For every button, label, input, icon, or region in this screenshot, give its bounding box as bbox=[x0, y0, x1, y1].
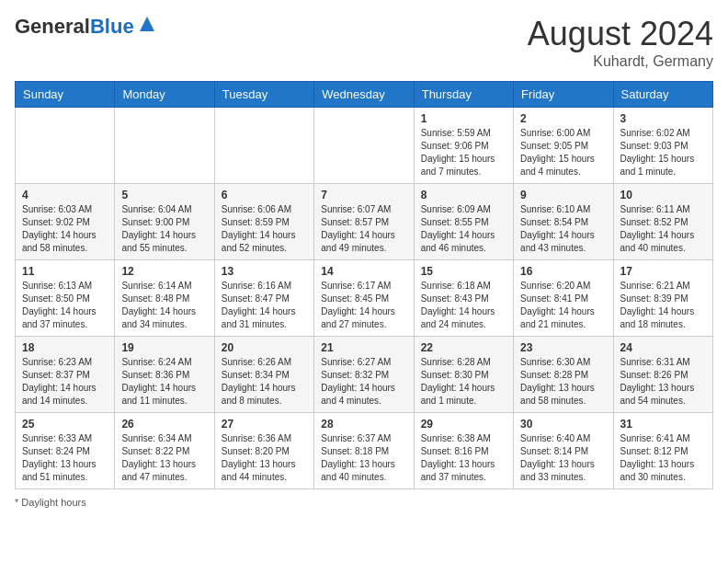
calendar-week-row: 25Sunrise: 6:33 AMSunset: 8:24 PMDayligh… bbox=[16, 413, 713, 489]
day-number: 31 bbox=[620, 418, 706, 431]
table-row: 30Sunrise: 6:40 AMSunset: 8:14 PMDayligh… bbox=[514, 413, 613, 489]
daylight-label: Daylight hours bbox=[21, 497, 85, 508]
day-number: 20 bbox=[222, 341, 307, 354]
table-row: 1Sunrise: 5:59 AMSunset: 9:06 PMDaylight… bbox=[414, 108, 513, 184]
day-info: Sunrise: 6:27 AMSunset: 8:32 PMDaylight:… bbox=[321, 356, 406, 408]
table-row: 17Sunrise: 6:21 AMSunset: 8:39 PMDayligh… bbox=[613, 260, 712, 337]
table-row: 29Sunrise: 6:38 AMSunset: 8:16 PMDayligh… bbox=[414, 413, 513, 489]
day-info: Sunrise: 6:38 AMSunset: 8:16 PMDaylight:… bbox=[421, 432, 506, 484]
table-row: 15Sunrise: 6:18 AMSunset: 8:43 PMDayligh… bbox=[414, 260, 513, 337]
day-number: 28 bbox=[321, 418, 406, 431]
day-info: Sunrise: 6:31 AMSunset: 8:26 PMDaylight:… bbox=[620, 356, 706, 408]
day-number: 30 bbox=[520, 418, 606, 431]
day-info: Sunrise: 6:23 AMSunset: 8:37 PMDaylight:… bbox=[22, 356, 108, 408]
calendar-week-row: 18Sunrise: 6:23 AMSunset: 8:37 PMDayligh… bbox=[16, 337, 713, 413]
col-thursday: Thursday bbox=[414, 82, 513, 108]
day-number: 7 bbox=[321, 189, 406, 201]
table-row: 5Sunrise: 6:04 AMSunset: 9:00 PMDaylight… bbox=[115, 184, 214, 260]
day-number: 19 bbox=[121, 341, 207, 354]
day-number: 21 bbox=[321, 341, 406, 354]
day-number: 3 bbox=[620, 112, 706, 125]
table-row: 25Sunrise: 6:33 AMSunset: 8:24 PMDayligh… bbox=[16, 413, 115, 489]
table-row: 21Sunrise: 6:27 AMSunset: 8:32 PMDayligh… bbox=[314, 337, 414, 413]
day-info: Sunrise: 6:30 AMSunset: 8:28 PMDaylight:… bbox=[520, 356, 606, 408]
col-saturday: Saturday bbox=[613, 82, 712, 108]
day-info: Sunrise: 6:24 AMSunset: 8:36 PMDaylight:… bbox=[121, 356, 207, 408]
day-number: 6 bbox=[222, 189, 307, 201]
col-monday: Monday bbox=[115, 82, 214, 108]
day-info: Sunrise: 6:17 AMSunset: 8:45 PMDaylight:… bbox=[321, 280, 406, 331]
day-number: 29 bbox=[421, 418, 506, 431]
day-number: 4 bbox=[22, 189, 108, 201]
day-info: Sunrise: 6:20 AMSunset: 8:41 PMDaylight:… bbox=[520, 280, 606, 331]
table-row: 3Sunrise: 6:02 AMSunset: 9:03 PMDaylight… bbox=[613, 108, 712, 184]
day-info: Sunrise: 6:14 AMSunset: 8:48 PMDaylight:… bbox=[121, 280, 207, 331]
logo-blue-text: Blue bbox=[90, 15, 134, 39]
day-number: 15 bbox=[421, 265, 506, 278]
col-friday: Friday bbox=[514, 82, 613, 108]
table-row: 13Sunrise: 6:16 AMSunset: 8:47 PMDayligh… bbox=[214, 260, 313, 337]
table-row: 6Sunrise: 6:06 AMSunset: 8:59 PMDaylight… bbox=[214, 184, 313, 260]
table-row: 22Sunrise: 6:28 AMSunset: 8:30 PMDayligh… bbox=[414, 337, 513, 413]
table-row: 12Sunrise: 6:14 AMSunset: 8:48 PMDayligh… bbox=[115, 260, 214, 337]
day-info: Sunrise: 6:06 AMSunset: 8:59 PMDaylight:… bbox=[222, 203, 307, 255]
table-row: 19Sunrise: 6:24 AMSunset: 8:36 PMDayligh… bbox=[115, 337, 214, 413]
day-info: Sunrise: 6:13 AMSunset: 8:50 PMDaylight:… bbox=[22, 280, 108, 331]
day-info: Sunrise: 6:34 AMSunset: 8:22 PMDaylight:… bbox=[121, 432, 207, 484]
day-info: Sunrise: 5:59 AMSunset: 9:06 PMDaylight:… bbox=[421, 127, 506, 178]
footer: * Daylight hours bbox=[15, 497, 713, 508]
col-sunday: Sunday bbox=[16, 82, 115, 108]
table-row bbox=[314, 108, 414, 184]
day-number: 25 bbox=[22, 418, 108, 431]
day-number: 14 bbox=[321, 265, 406, 278]
day-number: 13 bbox=[222, 265, 307, 278]
day-number: 12 bbox=[121, 265, 207, 278]
day-number: 10 bbox=[620, 189, 706, 201]
table-row: 11Sunrise: 6:13 AMSunset: 8:50 PMDayligh… bbox=[16, 260, 115, 337]
svg-marker-0 bbox=[140, 17, 154, 31]
day-info: Sunrise: 6:41 AMSunset: 8:12 PMDaylight:… bbox=[620, 432, 706, 484]
table-row: 7Sunrise: 6:07 AMSunset: 8:57 PMDaylight… bbox=[314, 184, 414, 260]
logo: General Blue bbox=[15, 15, 156, 39]
table-row bbox=[16, 108, 115, 184]
day-number: 27 bbox=[222, 418, 307, 431]
day-info: Sunrise: 6:07 AMSunset: 8:57 PMDaylight:… bbox=[321, 203, 406, 255]
day-number: 11 bbox=[22, 265, 108, 278]
day-info: Sunrise: 6:11 AMSunset: 8:52 PMDaylight:… bbox=[620, 203, 706, 255]
day-info: Sunrise: 6:21 AMSunset: 8:39 PMDaylight:… bbox=[620, 280, 706, 331]
table-row: 18Sunrise: 6:23 AMSunset: 8:37 PMDayligh… bbox=[16, 337, 115, 413]
day-number: 16 bbox=[520, 265, 606, 278]
day-info: Sunrise: 6:36 AMSunset: 8:20 PMDaylight:… bbox=[222, 432, 307, 484]
table-row bbox=[214, 108, 313, 184]
day-info: Sunrise: 6:33 AMSunset: 8:24 PMDaylight:… bbox=[22, 432, 108, 484]
calendar-week-row: 1Sunrise: 5:59 AMSunset: 9:06 PMDaylight… bbox=[16, 108, 713, 184]
calendar-header-row: Sunday Monday Tuesday Wednesday Thursday… bbox=[16, 82, 713, 108]
table-row: 28Sunrise: 6:37 AMSunset: 8:18 PMDayligh… bbox=[314, 413, 414, 489]
day-info: Sunrise: 6:26 AMSunset: 8:34 PMDaylight:… bbox=[222, 356, 307, 408]
day-info: Sunrise: 6:02 AMSunset: 9:03 PMDaylight:… bbox=[620, 127, 706, 178]
col-tuesday: Tuesday bbox=[214, 82, 313, 108]
day-number: 5 bbox=[121, 189, 207, 201]
day-number: 24 bbox=[620, 341, 706, 354]
table-row: 10Sunrise: 6:11 AMSunset: 8:52 PMDayligh… bbox=[613, 184, 712, 260]
day-info: Sunrise: 6:18 AMSunset: 8:43 PMDaylight:… bbox=[421, 280, 506, 331]
calendar-week-row: 11Sunrise: 6:13 AMSunset: 8:50 PMDayligh… bbox=[16, 260, 713, 337]
day-info: Sunrise: 6:37 AMSunset: 8:18 PMDaylight:… bbox=[321, 432, 406, 484]
month-title: August 2024 bbox=[528, 15, 713, 53]
day-number: 23 bbox=[520, 341, 606, 354]
day-number: 26 bbox=[121, 418, 207, 431]
day-number: 17 bbox=[620, 265, 706, 278]
table-row: 8Sunrise: 6:09 AMSunset: 8:55 PMDaylight… bbox=[414, 184, 513, 260]
day-number: 9 bbox=[520, 189, 606, 201]
table-row: 20Sunrise: 6:26 AMSunset: 8:34 PMDayligh… bbox=[214, 337, 313, 413]
table-row: 26Sunrise: 6:34 AMSunset: 8:22 PMDayligh… bbox=[115, 413, 214, 489]
day-number: 8 bbox=[421, 189, 506, 201]
day-number: 18 bbox=[22, 341, 108, 354]
table-row: 2Sunrise: 6:00 AMSunset: 9:05 PMDaylight… bbox=[514, 108, 613, 184]
col-wednesday: Wednesday bbox=[314, 82, 414, 108]
day-number: 2 bbox=[520, 112, 606, 125]
table-row: 23Sunrise: 6:30 AMSunset: 8:28 PMDayligh… bbox=[514, 337, 613, 413]
page-header: General Blue August 2024 Kuhardt, German… bbox=[15, 15, 713, 70]
table-row: 24Sunrise: 6:31 AMSunset: 8:26 PMDayligh… bbox=[613, 337, 712, 413]
day-info: Sunrise: 6:04 AMSunset: 9:00 PMDaylight:… bbox=[121, 203, 207, 255]
